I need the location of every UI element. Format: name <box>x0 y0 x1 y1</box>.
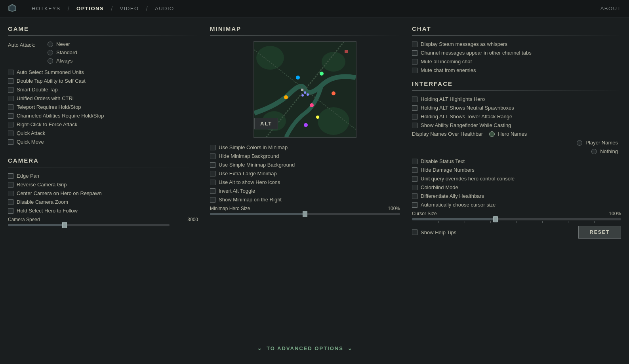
checkbox-teleport[interactable] <box>8 104 13 110</box>
chat-checkbox-0[interactable]: Display Steam messages as whispers <box>412 41 621 47</box>
camera-checkbox-2[interactable]: Center Camera on Hero on Respawn <box>8 190 198 196</box>
checkbox-disable-zoom[interactable] <box>8 199 13 205</box>
interface-checkbox2-2[interactable]: Unit query overrides hero control consol… <box>412 176 621 182</box>
reset-button[interactable]: RESET <box>578 226 621 239</box>
interface-checkbox2-5[interactable]: Automatically choose cursor size <box>412 202 621 208</box>
cursor-size-thumb[interactable] <box>493 216 498 222</box>
checkbox-channeled[interactable] <box>8 113 13 119</box>
interface-checkbox2-0[interactable]: Disable Status Text <box>412 158 621 164</box>
checkbox-hide-bg[interactable] <box>210 154 215 159</box>
game-checkbox-0[interactable]: Auto Select Summoned Units <box>8 69 198 75</box>
interface-checkbox-3[interactable]: Show Ability Rangefinder While Casting <box>412 122 621 128</box>
game-checkbox-8[interactable]: Quick Move <box>8 139 198 145</box>
checkbox-alt-tower[interactable] <box>412 114 417 119</box>
checkbox-auto-select[interactable] <box>8 70 13 75</box>
interface-checkbox-1[interactable]: Holding ALT Shows Neutral Spawnboxes <box>412 105 621 111</box>
checkbox-unit-query[interactable] <box>412 176 417 182</box>
checkbox-use-alt[interactable] <box>210 180 215 185</box>
checkbox-hold-select[interactable] <box>8 208 13 214</box>
checkbox-double-tap[interactable] <box>8 78 13 84</box>
checkbox-show-right[interactable] <box>210 197 215 203</box>
checkbox-steam-whispers[interactable] <box>412 42 417 47</box>
game-checkbox-2[interactable]: Smart Double Tap <box>8 87 198 93</box>
checkbox-smart-double[interactable] <box>8 87 13 93</box>
chat-checkbox-2[interactable]: Mute all incoming chat <box>412 59 621 64</box>
advanced-options-button[interactable]: ⌄ TO ADVANCED OPTIONS ⌄ <box>210 340 400 356</box>
minimap-checkbox-2[interactable]: Use Simple Minimap Background <box>210 162 400 168</box>
checkbox-alt-highlight[interactable] <box>412 97 417 102</box>
checkbox-quick-attack[interactable] <box>8 131 13 136</box>
cursor-size-track[interactable] <box>412 218 621 220</box>
interface-checkbox2-4[interactable]: Differentiate Ally Healthbars <box>412 193 621 199</box>
checkbox-unified[interactable] <box>8 96 13 101</box>
display-names-nothing[interactable]: Nothing <box>591 148 618 154</box>
game-checkbox-4[interactable]: Teleport Requires Hold/Stop <box>8 104 198 110</box>
checkbox-disable-status[interactable] <box>412 159 417 164</box>
minimap-checkbox-3[interactable]: Use Extra Large Minimap <box>210 171 400 176</box>
nav-video[interactable]: VIDEO <box>113 6 146 11</box>
checkbox-invert-alt[interactable] <box>210 188 215 194</box>
nav-about[interactable]: ABOUT <box>600 6 621 11</box>
checkbox-reverse-camera[interactable] <box>8 182 13 188</box>
chat-checkbox-1[interactable]: Channel messages appear in other channel… <box>412 50 621 56</box>
nothing-label: Nothing <box>600 148 618 154</box>
checkbox-hide-damage[interactable] <box>412 167 417 173</box>
camera-checkbox-0[interactable]: Edge Pan <box>8 173 198 179</box>
checkbox-simple-bg[interactable] <box>210 162 215 168</box>
checkbox-channel-msgs[interactable] <box>412 50 417 56</box>
camera-speed-track[interactable] <box>8 224 170 226</box>
nav-audio[interactable]: AUDIO <box>148 6 181 11</box>
checkbox-rangefinder[interactable] <box>412 123 417 128</box>
display-names-hero[interactable]: Hero Names <box>489 131 527 137</box>
hero-size-track[interactable] <box>210 213 400 215</box>
game-checkbox-5[interactable]: Channeled Abilities Require Hold/Stop <box>8 113 198 119</box>
minimap-checkbox-5[interactable]: Invert Alt Toggle <box>210 188 400 194</box>
camera-speed-thumb[interactable] <box>62 222 67 228</box>
checkbox-center-camera[interactable] <box>8 191 13 196</box>
auto-attack-always[interactable]: Always <box>48 58 77 64</box>
nav-options[interactable]: OPTIONS <box>69 6 111 11</box>
interface-checkbox-2[interactable]: Holding ALT Shows Tower Attack Range <box>412 114 621 119</box>
show-help-row[interactable]: Show Help Tips <box>412 229 456 235</box>
cursor-size-fill <box>412 218 496 220</box>
interface-checkbox2-3[interactable]: Colorblind Mode <box>412 184 621 190</box>
hero-size-thumb[interactable] <box>303 211 307 217</box>
radio-never[interactable] <box>48 42 53 47</box>
radio-always[interactable] <box>48 58 53 64</box>
checkbox-colorblind[interactable] <box>412 185 417 190</box>
game-checkbox-6[interactable]: Right-Click to Force Attack <box>8 121 198 127</box>
checkbox-edge-pan[interactable] <box>8 173 13 179</box>
chat-checkbox-3[interactable]: Mute chat from enemies <box>412 67 621 73</box>
interface-checkbox-0[interactable]: Holding ALT Highlights Hero <box>412 96 621 102</box>
interface-checkbox2-1[interactable]: Hide Damage Numbers <box>412 167 621 173</box>
camera-checkbox-1[interactable]: Reverse Camera Grip <box>8 182 198 188</box>
camera-checkbox-3[interactable]: Disable Camera Zoom <box>8 199 198 205</box>
checkbox-right-click[interactable] <box>8 122 13 127</box>
checkbox-mute-chat[interactable] <box>412 59 417 64</box>
checkbox-differentiate[interactable] <box>412 193 417 199</box>
checkbox-extra-large[interactable] <box>210 171 215 176</box>
display-names-player[interactable]: Player Names <box>577 140 618 146</box>
game-checkbox-1[interactable]: Double Tap Ability to Self Cast <box>8 78 198 84</box>
minimap-checkbox-0[interactable]: Use Simple Colors in Minimap <box>210 144 400 150</box>
rangefinder-label: Show Ability Rangefinder While Casting <box>421 122 511 128</box>
checkbox-alt-spawnboxes[interactable] <box>412 105 417 111</box>
minimap-checkbox-4[interactable]: Use Alt to show Hero icons <box>210 179 400 185</box>
minimap-checkbox-1[interactable]: Hide Minimap Background <box>210 153 400 159</box>
auto-attack-standard[interactable]: Standard <box>48 49 77 55</box>
radio-hero-names[interactable] <box>489 131 495 137</box>
minimap-checkbox-6[interactable]: Show Minimap on the Right <box>210 197 400 203</box>
radio-player-names[interactable] <box>577 140 582 146</box>
checkbox-show-help[interactable] <box>412 229 417 235</box>
game-checkbox-3[interactable]: Unified Orders with CTRL <box>8 95 198 101</box>
checkbox-mute-enemies[interactable] <box>412 68 417 73</box>
nav-hotkeys[interactable]: HOTKEYS <box>25 6 68 11</box>
camera-checkbox-4[interactable]: Hold Select Hero to Follow <box>8 208 198 214</box>
radio-standard[interactable] <box>48 50 53 55</box>
auto-attack-never[interactable]: Never <box>48 41 77 47</box>
game-checkbox-7[interactable]: Quick Attack <box>8 130 198 136</box>
checkbox-quick-move[interactable] <box>8 139 13 145</box>
checkbox-simple-colors[interactable] <box>210 145 215 150</box>
radio-nothing[interactable] <box>591 149 597 154</box>
checkbox-auto-cursor[interactable] <box>412 202 417 208</box>
